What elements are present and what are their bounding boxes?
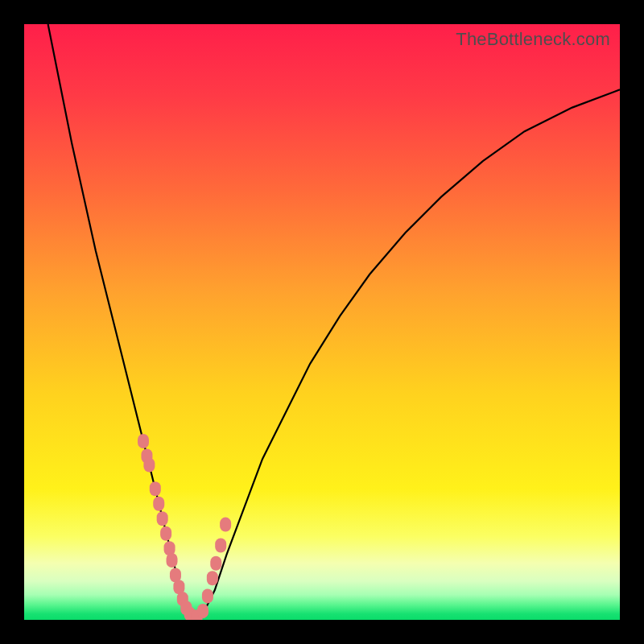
outer-frame: TheBottleneck.com (0, 0, 644, 644)
marker-point (150, 481, 161, 496)
marker-point (143, 458, 155, 473)
marker-point (138, 434, 149, 448)
marker-point (153, 497, 164, 511)
chart-svg (24, 24, 620, 620)
watermark-text: TheBottleneck.com (456, 29, 610, 50)
highlight-markers (138, 434, 231, 620)
marker-point (202, 588, 213, 603)
plot-area: TheBottleneck.com (24, 24, 620, 620)
marker-point (215, 539, 226, 553)
marker-point (160, 526, 171, 541)
marker-point (157, 511, 168, 526)
marker-point (197, 604, 208, 618)
marker-point (167, 553, 178, 568)
marker-point (220, 518, 231, 532)
bottleneck-curve (48, 24, 620, 620)
marker-point (210, 556, 221, 571)
marker-point (207, 571, 218, 585)
